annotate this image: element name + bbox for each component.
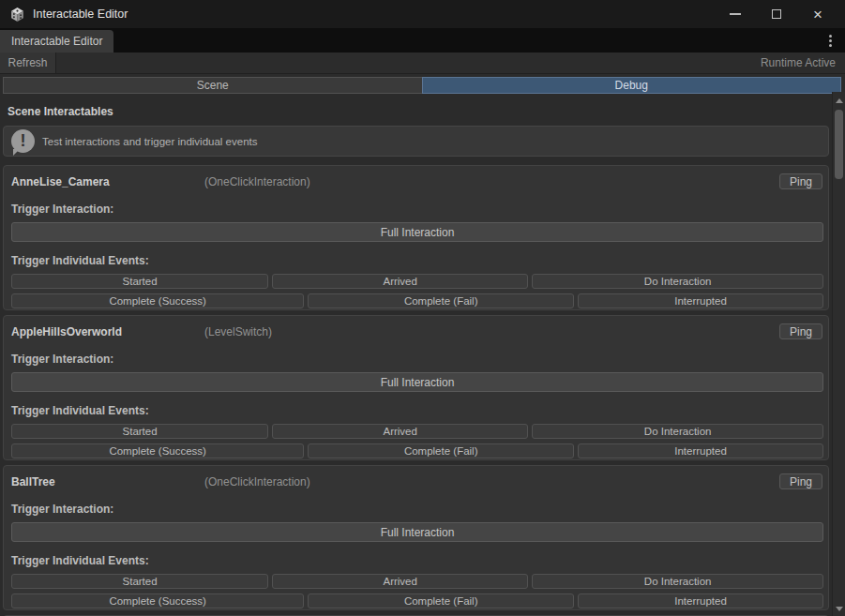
entry-box: BallTree (OneClickInteraction) Ping Trig… [3,465,829,610]
complete-fail-button[interactable]: Complete (Fail) [308,593,574,608]
trigger-events-label: Trigger Individual Events: [11,554,823,567]
runtime-active-toggle[interactable]: Runtime Active [751,53,845,73]
tab-strip: Interactable Editor [0,28,845,53]
interrupted-button[interactable]: Interrupted [578,293,823,308]
do-interaction-button[interactable]: Do Interaction [532,274,823,289]
scroll-up-arrow-icon[interactable] [836,98,843,103]
toolbar: Refresh Runtime Active [0,53,845,74]
tab-interactable-editor[interactable]: Interactable Editor [0,30,113,53]
section-title: Scene Interactables [8,105,829,118]
tab-menu-button[interactable] [822,33,837,48]
entry-type: (OneClickInteraction) [204,475,310,488]
full-interaction-button[interactable]: Full Interaction [11,522,823,542]
minimize-button[interactable] [721,4,749,24]
tab-label: Interactable Editor [11,35,102,48]
complete-fail-button[interactable]: Complete (Fail) [308,293,574,308]
interrupted-button[interactable]: Interrupted [578,593,823,608]
arrived-button[interactable]: Arrived [272,574,528,589]
started-button[interactable]: Started [11,574,268,589]
complete-fail-button[interactable]: Complete (Fail) [308,443,574,458]
full-interaction-button[interactable]: Full Interaction [11,222,823,242]
window-titlebar: Interactable Editor × [0,0,845,28]
entry-type: (OneClickInteraction) [204,175,310,188]
scene-tab-button[interactable]: Scene [3,77,422,94]
minimize-icon [730,13,741,15]
full-interaction-button[interactable]: Full Interaction [11,372,823,392]
interrupted-button[interactable]: Interrupted [578,443,823,458]
trigger-interaction-label: Trigger Interaction: [11,503,823,516]
do-interaction-button[interactable]: Do Interaction [532,574,823,589]
arrived-button[interactable]: Arrived [272,424,528,439]
entry-name: AnneLise_Camera [11,175,204,188]
debug-tab-button[interactable]: Debug [422,77,842,94]
trigger-events-label: Trigger Individual Events: [11,254,823,267]
close-button[interactable]: × [804,4,832,24]
entry-name: BallTree [11,475,204,488]
scrollbar-thumb[interactable] [835,110,843,179]
help-box: ! Test interactions and trigger individu… [3,126,829,157]
complete-success-button[interactable]: Complete (Success) [11,443,304,458]
scene-interactables-panel: Scene Interactables ! Test interactions … [0,94,845,616]
entry-type: (LevelSwitch) [204,325,272,338]
trigger-events-label: Trigger Individual Events: [11,404,823,417]
scroll-down-arrow-icon[interactable] [836,607,843,611]
info-exclamation-icon: ! [11,129,35,153]
entry-box: AppleHillsOverworld (LevelSwitch) Ping T… [3,315,829,460]
help-text: Test interactions and trigger individual… [42,136,258,147]
trigger-interaction-label: Trigger Interaction: [11,203,823,216]
started-button[interactable]: Started [11,424,268,439]
entry-name: AppleHillsOverworld [11,325,204,338]
unity-dice-icon [9,7,25,23]
complete-success-button[interactable]: Complete (Success) [11,593,304,608]
view-toggle: Scene Debug [3,77,841,94]
entry-box: AnneLise_Camera (OneClickInteraction) Pi… [3,165,829,310]
refresh-button[interactable]: Refresh [0,53,56,73]
trigger-interaction-label: Trigger Interaction: [11,353,823,366]
arrived-button[interactable]: Arrived [272,274,528,289]
do-interaction-button[interactable]: Do Interaction [532,424,823,439]
complete-success-button[interactable]: Complete (Success) [11,293,304,308]
kebab-dots-icon [829,35,832,38]
close-icon: × [813,7,822,23]
window-title: Interactable Editor [33,8,128,21]
maximize-button[interactable] [762,4,791,24]
vertical-scrollbar[interactable] [832,92,845,616]
maximize-icon [772,9,781,19]
ping-button[interactable]: Ping [779,173,822,189]
ping-button[interactable]: Ping [779,323,822,339]
started-button[interactable]: Started [11,274,268,289]
ping-button[interactable]: Ping [779,473,822,489]
